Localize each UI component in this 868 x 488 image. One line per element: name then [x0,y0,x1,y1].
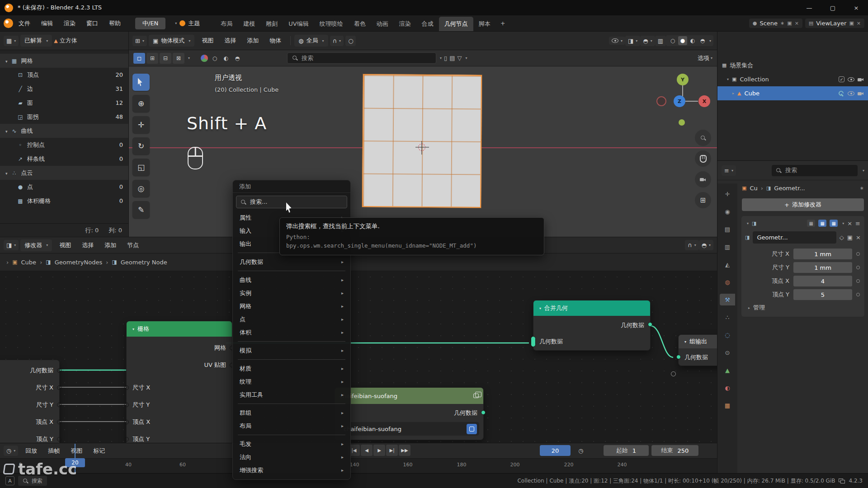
group-output-header[interactable]: 组输出 [679,335,717,348]
breadcrumb-object[interactable]: Cube [21,259,37,266]
add-menu-item[interactable]: 法向 ▸ [233,450,350,464]
theme-button[interactable]: 主题 [174,19,200,28]
scale-tool[interactable]: ◱ [132,159,150,176]
spreadsheet-row[interactable]: ▦ 网格 [0,54,128,68]
new-viewlayer-icon[interactable] [849,20,854,26]
axis-y-negative-button[interactable] [679,119,685,126]
menu-item[interactable]: 渲染 [58,15,81,31]
camera-view-button[interactable] [695,171,711,188]
select-mode-button[interactable]: ⊠ [173,53,184,64]
add-menu-item[interactable]: 材质 ▸ [233,362,350,375]
properties-tab[interactable]: ✛ [720,188,735,200]
fake-user-icon[interactable] [840,234,844,241]
workspace-tab[interactable]: 合成 [416,17,439,31]
viewlayer-selector[interactable]: ViewLayer [805,19,864,28]
properties-tab[interactable]: ∴ [720,311,735,323]
edit-mode-toggle[interactable] [807,220,815,227]
viewport-menu-item[interactable]: 选择 [219,32,241,50]
add-menu-item[interactable]: 群组 ▸ [233,406,350,419]
spreadsheet-row[interactable]: ∿ 曲线 [0,124,128,138]
copy-datablock-icon[interactable] [847,234,853,241]
unlink-scene-icon[interactable] [795,20,799,26]
node-group-call-node[interactable]: chaifeibian-suofang 几何数据 chaifeibian-suo… [335,387,484,440]
rotate-tool[interactable]: ↻ [132,137,150,155]
properties-tab[interactable]: ▤ [720,223,735,235]
frame-start-field[interactable]: 起始 1 [604,445,649,456]
collections-icon[interactable] [449,55,455,61]
add-menu-item[interactable]: 布局 ▸ [233,419,350,432]
output-socket[interactable] [57,403,61,407]
render-toggle[interactable] [830,220,838,227]
output-socket[interactable] [57,437,61,441]
add-menu-item[interactable]: 实例 ▸ [233,286,350,300]
menu-item[interactable]: 帮助 [104,15,126,31]
proportional-edit-toggle[interactable] [345,36,356,46]
spreadsheet-row[interactable]: ↗ 样条线 0 [0,152,128,166]
node-menu-item[interactable]: 添加 [99,237,122,253]
editor-type-button[interactable] [4,36,19,46]
spreadsheet-row[interactable]: ◦ 控制点 0 [0,138,128,152]
playback-button[interactable]: ▶| [386,445,398,456]
editor-type-button[interactable] [4,240,19,250]
properties-tab[interactable]: ◉ [720,206,735,217]
properties-tab[interactable]: ⊙ [720,347,735,358]
caret-down-icon[interactable] [465,56,467,60]
current-frame-field[interactable]: 20 [540,445,571,456]
workspace-tab[interactable]: 脚本 [473,17,496,31]
node-group-name-field[interactable]: Geometr... [753,231,836,244]
select-box-tool[interactable] [132,74,150,91]
geometry-multi-input-socket[interactable] [531,336,536,347]
close-button[interactable]: × [844,0,868,15]
expand-caret-icon[interactable] [5,57,8,64]
grid-node[interactable]: 栅格 网格 UV 贴图 [126,321,232,443]
node-menu-item[interactable]: 节点 [122,237,144,253]
maximize-button[interactable]: ▢ [821,0,844,15]
caret-down-icon[interactable] [863,169,864,173]
move-tool[interactable]: ✛ [132,116,150,133]
rendered-shading-button[interactable] [698,36,707,45]
add-menu-item[interactable] [238,359,345,360]
add-menu-item[interactable]: 纹理 ▸ [233,375,350,388]
menu-item[interactable]: 文件 [13,15,36,31]
input-socket[interactable] [124,403,129,407]
blender-menu-icon[interactable] [4,19,13,28]
options-dropdown[interactable]: 选项 [698,54,712,62]
join-geometry-node[interactable]: 合并几何 几何数据 几何数据 [533,300,651,351]
menu-item[interactable]: 编辑 [36,15,58,31]
spreadsheet-row[interactable]: ▰ 面 12 [0,96,128,110]
field-value[interactable]: 5 [793,289,852,300]
properties-tab[interactable]: ▥ [720,241,735,253]
timeline-menu-item[interactable]: 视图 [65,443,88,458]
geometry-output-socket[interactable] [481,410,486,415]
gizmo-dropdown[interactable] [625,36,640,46]
properties-tab[interactable]: ◐ [720,382,735,394]
collapse-caret-icon[interactable] [132,327,134,331]
add-menu-item[interactable]: 体积 ▸ [233,326,350,339]
workspace-tab[interactable]: 着色 [349,17,371,31]
snap-toggle[interactable] [685,240,699,250]
workspace-tab[interactable]: 布局 [215,17,238,31]
pin-icon[interactable] [780,20,784,26]
group-output-node[interactable]: 组输出 几何数据 [678,334,717,366]
playback-button[interactable]: ▶ [373,445,385,456]
overlays-dropdown[interactable] [699,240,713,250]
add-menu-item[interactable] [238,435,345,435]
overlays-dropdown[interactable] [640,36,655,46]
mode-dropdown[interactable]: 物体模式 [149,35,194,47]
add-menu-item[interactable]: 网格 ▸ [233,300,350,313]
caret-down-icon[interactable] [188,56,190,60]
add-menu-item[interactable]: 毛发 ▸ [233,437,350,450]
collapse-caret-icon[interactable] [684,340,686,344]
spreadsheet-row[interactable]: ╱ 边 31 [0,82,128,96]
language-toggle[interactable]: 中/EN [135,18,165,29]
extension-socket[interactable] [671,371,676,376]
minimize-button[interactable]: — [797,0,821,15]
dataset-dropdown[interactable]: 已解算 [20,35,52,47]
timeline-menu-item[interactable]: 插帧 [42,443,65,458]
modifier-panel-header[interactable] [741,216,864,230]
viewport-menu-item[interactable]: 视图 [196,32,219,50]
extras-dropdown-icon[interactable] [842,221,844,225]
remove-modifier-icon[interactable] [847,220,852,227]
properties-search-input[interactable]: 搜索 [772,165,858,176]
pan-button[interactable] [695,150,711,167]
